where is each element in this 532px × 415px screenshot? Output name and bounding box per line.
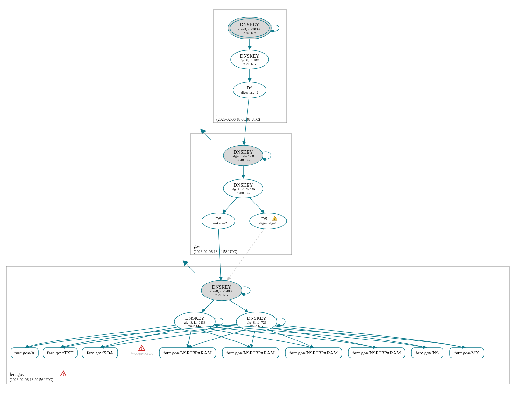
svg-text:digest alg=2: digest alg=2 <box>210 221 227 225</box>
rrset-nsec3param-3[interactable]: ferc.gov/NSEC3PARAM <box>285 348 342 358</box>
svg-text:alg=8, id=54856: alg=8, id=54856 <box>210 289 233 293</box>
node-ferc-zsk1[interactable]: DNSKEY alg=8, id=6138 2048 bits <box>174 312 215 331</box>
svg-text:alg=8, id=951: alg=8, id=951 <box>240 58 259 62</box>
rrset-mx[interactable]: ferc.gov/MX <box>450 348 484 358</box>
rrset-nsec3param-4[interactable]: ferc.gov/NSEC3PARAM <box>348 348 405 358</box>
svg-text:alg=8, id=6138: alg=8, id=6138 <box>184 320 206 324</box>
svg-text:alg=8, id=723: alg=8, id=723 <box>247 320 266 324</box>
edge-ds2-fercksk-dashed <box>227 229 264 280</box>
svg-text:ferc.gov/NS: ferc.gov/NS <box>416 350 439 355</box>
node-root-ds[interactable]: DS digest alg=2 <box>233 82 266 98</box>
dnssec-diagram: . (2023-02-06 18:08:48 UTC) DNSKEY alg=8… <box>0 0 532 415</box>
zone-ts-gov: (2023-02-06 18:14:58 UTC) <box>194 249 237 254</box>
svg-text:2048 bits: 2048 bits <box>237 158 250 162</box>
rrset-a[interactable]: ferc.gov/A <box>11 348 38 358</box>
edge-delegation-gov-to-root <box>201 129 211 140</box>
zone-ts-root: (2023-02-06 18:08:48 UTC) <box>216 117 260 122</box>
svg-text:alg=8, id=24250: alg=8, id=24250 <box>232 187 255 191</box>
svg-text:DNSKEY: DNSKEY <box>185 316 205 321</box>
svg-text:ferc.gov/SOA: ferc.gov/SOA <box>131 351 153 356</box>
node-gov-ds1[interactable]: DS digest alg=2 <box>202 213 235 229</box>
rrset-ns[interactable]: ferc.gov/NS <box>411 348 443 358</box>
svg-text:ferc.gov/A: ferc.gov/A <box>14 350 35 355</box>
svg-text:alg=8, id=20326: alg=8, id=20326 <box>238 27 261 31</box>
svg-text:DS: DS <box>246 85 252 90</box>
svg-text:ferc.gov/TXT: ferc.gov/TXT <box>47 350 74 355</box>
svg-text:DNSKEY: DNSKEY <box>240 54 259 59</box>
svg-text:DNSKEY: DNSKEY <box>247 316 266 321</box>
self-loop-gov-ksk <box>262 152 271 159</box>
error-icon: ! <box>60 371 66 376</box>
zone-name-root: . <box>216 112 218 117</box>
edge-govzsk-ds2 <box>249 197 264 213</box>
svg-text:1280 bits: 1280 bits <box>237 191 250 195</box>
error-icon: ! <box>139 345 145 351</box>
self-loop-root-ksk <box>271 25 279 31</box>
svg-text:DNSKEY: DNSKEY <box>240 22 259 27</box>
svg-text:ferc.gov/MX: ferc.gov/MX <box>454 350 479 355</box>
svg-text:2048 bits: 2048 bits <box>215 293 228 297</box>
svg-text:ferc.gov/SOA: ferc.gov/SOA <box>87 350 113 355</box>
svg-text:digest alg=1: digest alg=1 <box>259 221 277 225</box>
edge-fercksk-zsk2 <box>229 300 248 312</box>
node-root-ksk[interactable]: DNSKEY alg=8, id=20326 2048 bits <box>228 17 271 39</box>
edge-fercksk-zsk1 <box>202 300 214 312</box>
rrset-soa[interactable]: ferc.gov/SOA <box>82 348 118 358</box>
node-ferc-ksk[interactable]: DNSKEY alg=8, id=54856 2048 bits <box>201 280 242 301</box>
zone-name-gov: gov <box>194 244 200 249</box>
svg-text:DS: DS <box>215 216 221 221</box>
self-loop-ferc-zsk2 <box>276 318 285 325</box>
edge-delegation-ferc-to-gov <box>183 261 195 273</box>
svg-text:ferc.gov/NSEC3PARAM: ferc.gov/NSEC3PARAM <box>226 350 275 355</box>
svg-text:2048 bits: 2048 bits <box>243 31 256 35</box>
svg-text:!: ! <box>63 372 64 376</box>
svg-text:digest alg=2: digest alg=2 <box>241 90 258 94</box>
self-loop-ferc-ksk <box>241 287 250 294</box>
node-gov-ds2[interactable]: DS digest alg=1 ! <box>250 213 287 229</box>
svg-text:!: ! <box>141 346 142 351</box>
svg-text:DNSKEY: DNSKEY <box>234 149 253 154</box>
edge-govzsk-ds1 <box>223 197 237 213</box>
svg-text:DNSKEY: DNSKEY <box>212 284 231 290</box>
svg-text:DS: DS <box>261 216 267 221</box>
node-gov-zsk[interactable]: DNSKEY alg=8, id=24250 1280 bits <box>223 179 263 198</box>
node-root-zsk[interactable]: DNSKEY alg=8, id=951 2048 bits <box>231 50 269 69</box>
rrset-nsec3param-2[interactable]: ferc.gov/NSEC3PARAM <box>222 348 279 358</box>
zone-name-fercgov: ferc.gov <box>10 372 24 377</box>
rrset-txt[interactable]: ferc.gov/TXT <box>43 348 77 358</box>
svg-text:ferc.gov/NSEC3PARAM: ferc.gov/NSEC3PARAM <box>163 350 212 355</box>
svg-text:alg=8, id=7698: alg=8, id=7698 <box>232 154 254 158</box>
svg-text:ferc.gov/NSEC3PARAM: ferc.gov/NSEC3PARAM <box>352 350 401 355</box>
svg-text:!: ! <box>274 217 275 220</box>
rrset-nsec3param-1[interactable]: ferc.gov/NSEC3PARAM <box>159 348 216 358</box>
svg-text:DNSKEY: DNSKEY <box>234 182 253 188</box>
zone-ts-fercgov: (2023-02-06 18:29:56 UTC) <box>10 377 53 382</box>
svg-text:ferc.gov/NSEC3PARAM: ferc.gov/NSEC3PARAM <box>289 350 338 355</box>
svg-text:2048 bits: 2048 bits <box>243 62 256 66</box>
node-gov-ksk[interactable]: DNSKEY alg=8, id=7698 2048 bits <box>223 145 263 166</box>
rrset-soa-error[interactable]: ferc.gov/SOA ! <box>131 345 153 356</box>
